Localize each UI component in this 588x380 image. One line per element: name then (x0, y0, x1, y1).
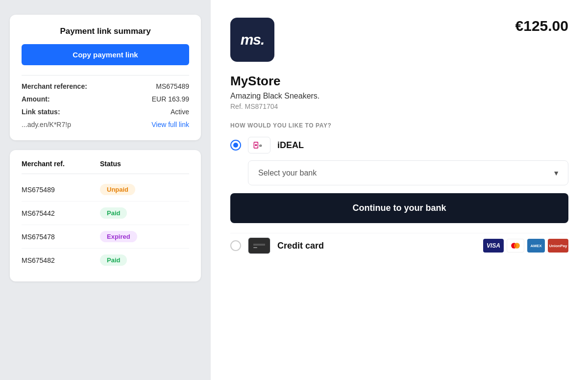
row-status: Expired (100, 231, 189, 242)
ideal-label: iDEAL (277, 140, 304, 151)
credit-card-icon (248, 237, 270, 254)
product-ref: Ref. MS871704 (230, 102, 568, 110)
status-badge: Paid (100, 207, 127, 219)
row-ref: MS675442 (22, 209, 100, 217)
status-row: Link status: Active (22, 108, 189, 116)
bank-select[interactable]: Select your bank ABN AMRO ING Rabobank S… (248, 160, 568, 185)
col-status-header: Status (100, 160, 189, 168)
table-row: MS675442 Paid (22, 202, 189, 225)
bank-selector-container: Select your bank ABN AMRO ING Rabobank S… (248, 160, 568, 185)
unionpay-logo: UnionPay (548, 239, 568, 253)
ideal-option[interactable]: iD iDEAL (230, 137, 568, 153)
copy-payment-link-button[interactable]: Copy payment link (22, 44, 189, 65)
amount-label: Amount: (22, 95, 50, 103)
amount-row: Amount: EUR 163.99 (22, 95, 189, 103)
table-row: MS675489 Unpaid (22, 178, 189, 202)
view-full-link[interactable]: View full link (151, 121, 189, 128)
merchant-ref-value: MS675489 (156, 82, 189, 90)
status-value: Active (171, 108, 189, 116)
product-name: Amazing Black Sneakers. (230, 92, 568, 101)
merchant-ref-row: Merchant reference: MS675489 (22, 82, 189, 90)
left-panel: Payment link summary Copy payment link M… (0, 0, 211, 380)
truncated-link: ...ady.en/K*R7!p (22, 121, 71, 128)
ideal-radio[interactable] (230, 140, 241, 151)
amex-logo: AMEX (527, 239, 545, 253)
credit-card-option[interactable]: Credit card VISA AMEX UnionPay (230, 233, 568, 254)
svg-text:iD: iD (259, 144, 262, 147)
payment-amount: €125.00 (515, 18, 568, 34)
merchant-logo-text: ms. (241, 31, 265, 48)
right-panel: ms. €125.00 MyStore Amazing Black Sneake… (211, 0, 588, 380)
mastercard-svg (510, 241, 521, 251)
merchant-ref-label: Merchant reference: (22, 82, 87, 90)
summary-card-title: Payment link summary (22, 26, 189, 36)
row-ref: MS675478 (22, 233, 100, 241)
row-status: Unpaid (100, 184, 189, 195)
credit-card-left: Credit card (230, 237, 324, 254)
merchant-name: MyStore (230, 74, 568, 89)
summary-card: Payment link summary Copy payment link M… (10, 15, 201, 140)
credit-card-svg (252, 241, 266, 251)
row-status: Paid (100, 254, 189, 266)
visa-logo: VISA (483, 239, 504, 253)
table-row: MS675482 Paid (22, 249, 189, 272)
table-row: MS675478 Expired (22, 225, 189, 249)
credit-card-radio[interactable] (230, 240, 241, 251)
svg-point-3 (255, 144, 257, 146)
table-header: Merchant ref. Status (22, 160, 189, 174)
summary-divider (22, 75, 189, 76)
amount-value: EUR 163.99 (152, 95, 189, 103)
ideal-icon: iD (248, 137, 270, 153)
row-ref: MS675482 (22, 256, 100, 264)
status-label: Link status: (22, 108, 60, 116)
pay-method-label: HOW WOULD YOU LIKE TO PAY? (230, 122, 568, 129)
status-badge: Paid (100, 254, 127, 266)
row-ref: MS675489 (22, 186, 100, 194)
mastercard-logo (507, 239, 524, 253)
transactions-card: Merchant ref. Status MS675489 Unpaid MS6… (10, 150, 201, 281)
card-logos: VISA AMEX UnionPay (483, 239, 568, 253)
status-badge: Unpaid (100, 184, 135, 195)
link-row: ...ady.en/K*R7!p View full link (22, 121, 189, 128)
merchant-logo: ms. (230, 18, 274, 62)
ideal-svg: iD (251, 140, 267, 150)
svg-rect-6 (253, 244, 265, 246)
status-badge: Expired (100, 231, 137, 242)
svg-rect-7 (253, 247, 257, 248)
merchant-header: ms. €125.00 (230, 18, 568, 62)
col-ref-header: Merchant ref. (22, 160, 100, 168)
row-status: Paid (100, 207, 189, 219)
continue-button[interactable]: Continue to your bank (230, 193, 568, 223)
credit-card-label: Credit card (277, 241, 324, 251)
